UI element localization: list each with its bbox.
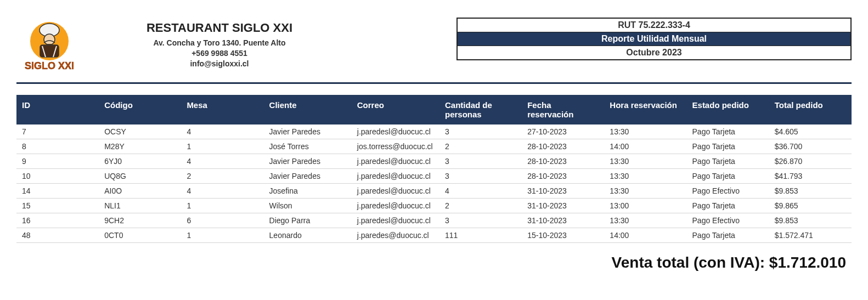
cell-fecha: 31-10-2023 — [522, 184, 604, 199]
cell-fecha: 28-10-2023 — [522, 154, 604, 169]
cell-correo: j.paredesl@duocuc.cl — [352, 169, 439, 184]
cell-mesa: 1 — [181, 139, 263, 154]
summary-total: Venta total (con IVA): $1.712.010 — [16, 254, 852, 271]
company-address: Av. Concha y Toro 1340. Puente Alto — [104, 38, 335, 47]
cell-total: $9.865 — [769, 199, 852, 213]
cell-mesa: 4 — [181, 184, 263, 199]
cell-total: $26.870 — [769, 154, 852, 169]
cell-id: 9 — [16, 154, 99, 169]
cell-cantidad: 3 — [439, 169, 522, 184]
cell-fecha: 27-10-2023 — [522, 124, 604, 139]
th-total: Total pedido — [769, 95, 852, 124]
th-codigo: Código — [99, 95, 181, 124]
cell-total: $9.853 — [769, 213, 852, 228]
table-row: 14AI0O4Josefinaj.paredesl@duocuc.cl431-1… — [16, 184, 852, 199]
cell-id: 10 — [16, 169, 99, 184]
cell-cliente: Leonardo — [264, 228, 352, 243]
th-cantidad: Cantidad de personas — [439, 95, 522, 124]
cell-codigo: OCSY — [99, 124, 181, 139]
cell-cantidad: 4 — [439, 184, 522, 199]
cell-cliente: Javier Paredes — [264, 124, 352, 139]
report-table: ID Código Mesa Cliente Correo Cantidad d… — [16, 95, 852, 243]
cell-estado: Pago Efectivo — [687, 213, 769, 228]
cell-id: 48 — [16, 228, 99, 243]
report-title: Reporte Utilidad Mensual — [458, 32, 850, 46]
cell-correo: jos.torress@duocuc.cl — [352, 139, 439, 154]
cell-correo: j.paredesl@duocuc.cl — [352, 213, 439, 228]
table-row: 7OCSY4Javier Paredesj.paredesl@duocuc.cl… — [16, 124, 852, 139]
cell-cantidad: 3 — [439, 154, 522, 169]
summary-value: $1.712.010 — [769, 254, 846, 271]
table-row: 169CH26Diego Parraj.paredesl@duocuc.cl33… — [16, 213, 852, 228]
th-cliente: Cliente — [264, 95, 352, 124]
logo-text: SIGLO XXI — [25, 60, 74, 71]
summary-label: Venta total (con IVA): — [612, 254, 769, 271]
th-estado: Estado pedido — [687, 95, 769, 124]
cell-codigo: M28Y — [99, 139, 181, 154]
cell-cantidad: 3 — [439, 124, 522, 139]
cell-correo: j.paredes@duocuc.cl — [352, 228, 439, 243]
cell-fecha: 28-10-2023 — [522, 139, 604, 154]
cell-hora: 13:30 — [604, 184, 686, 199]
cell-id: 8 — [16, 139, 99, 154]
document-header: SIGLO XXI RESTAURANT SIGLO XXI Av. Conch… — [16, 16, 852, 84]
cell-estado: Pago Tarjeta — [687, 154, 769, 169]
cell-cliente: Diego Parra — [264, 213, 352, 228]
cell-id: 15 — [16, 199, 99, 213]
cell-codigo: 9CH2 — [99, 213, 181, 228]
chef-logo-icon: SIGLO XXI — [19, 16, 80, 71]
table-row: 96YJ04Javier Paredesj.paredesl@duocuc.cl… — [16, 154, 852, 169]
cell-estado: Pago Tarjeta — [687, 228, 769, 243]
company-info: RESTAURANT SIGLO XXI Av. Concha y Toro 1… — [104, 16, 335, 70]
cell-codigo: 6YJ0 — [99, 154, 181, 169]
cell-estado: Pago Tarjeta — [687, 169, 769, 184]
cell-hora: 13:00 — [604, 199, 686, 213]
cell-estado: Pago Efectivo — [687, 184, 769, 199]
table-row: 10UQ8G2Javier Paredesj.paredesl@duocuc.c… — [16, 169, 852, 184]
cell-cliente: Javier Paredes — [264, 169, 352, 184]
cell-cliente: Wilson — [264, 199, 352, 213]
table-row: 8M28Y1José Torresjos.torress@duocuc.cl22… — [16, 139, 852, 154]
svg-point-2 — [44, 34, 55, 45]
cell-cantidad: 111 — [439, 228, 522, 243]
cell-codigo: NLI1 — [99, 199, 181, 213]
company-phone: +569 9988 4551 — [104, 49, 335, 58]
report-period: Octubre 2023 — [458, 46, 850, 59]
th-mesa: Mesa — [181, 95, 263, 124]
cell-total: $4.605 — [769, 124, 852, 139]
cell-mesa: 2 — [181, 169, 263, 184]
cell-fecha: 28-10-2023 — [522, 169, 604, 184]
table-header-row: ID Código Mesa Cliente Correo Cantidad d… — [16, 95, 852, 124]
cell-hora: 13:30 — [604, 169, 686, 184]
logo: SIGLO XXI — [16, 16, 82, 71]
cell-cantidad: 2 — [439, 199, 522, 213]
cell-mesa: 4 — [181, 124, 263, 139]
cell-mesa: 6 — [181, 213, 263, 228]
cell-correo: j.paredesl@duocuc.cl — [352, 184, 439, 199]
cell-hora: 14:00 — [604, 139, 686, 154]
report-info-box: RUT 75.222.333-4 Reporte Utilidad Mensua… — [456, 18, 852, 60]
cell-fecha: 15-10-2023 — [522, 228, 604, 243]
th-hora: Hora reservación — [604, 95, 686, 124]
cell-id: 16 — [16, 213, 99, 228]
table-row: 15NLI11Wilsonj.paredesl@duocuc.cl231-10-… — [16, 199, 852, 213]
cell-fecha: 31-10-2023 — [522, 213, 604, 228]
table-row: 480CT01Leonardoj.paredes@duocuc.cl11115-… — [16, 228, 852, 243]
cell-correo: j.paredesl@duocuc.cl — [352, 199, 439, 213]
cell-estado: Pago Tarjeta — [687, 139, 769, 154]
cell-codigo: UQ8G — [99, 169, 181, 184]
cell-estado: Pago Tarjeta — [687, 124, 769, 139]
company-email: info@sigloxxi.cl — [104, 59, 335, 68]
cell-estado: Pago Tarjeta — [687, 199, 769, 213]
cell-cliente: Josefina — [264, 184, 352, 199]
cell-id: 7 — [16, 124, 99, 139]
cell-total: $41.793 — [769, 169, 852, 184]
th-fecha: Fecha reservación — [522, 95, 604, 124]
cell-cantidad: 2 — [439, 139, 522, 154]
cell-total: $1.572.471 — [769, 228, 852, 243]
cell-cliente: José Torres — [264, 139, 352, 154]
cell-hora: 14:00 — [604, 228, 686, 243]
cell-cliente: Javier Paredes — [264, 154, 352, 169]
th-correo: Correo — [352, 95, 439, 124]
cell-hora: 13:30 — [604, 154, 686, 169]
